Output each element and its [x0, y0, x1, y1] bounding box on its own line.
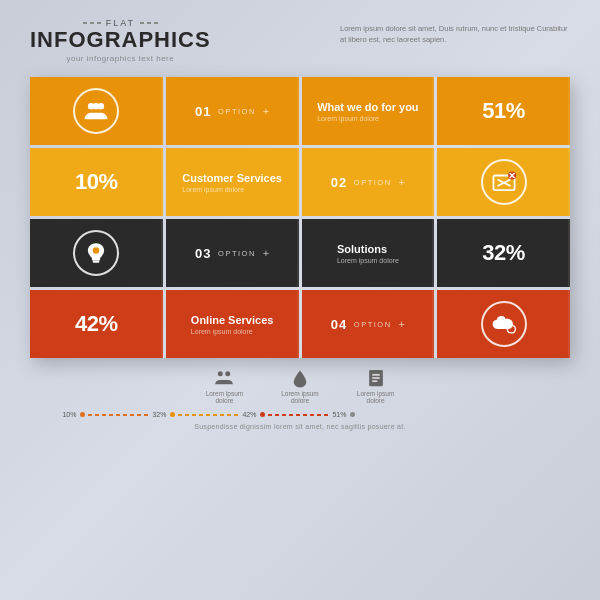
progress-seg-3: [268, 414, 328, 416]
cell-2-2: Customer Services Lorem ipsum dolore: [166, 148, 299, 216]
service-sub-3: Lorem ipsum dolore: [337, 257, 399, 264]
cloud-icon: [491, 311, 517, 337]
option-block-2: 02 OPTION +: [331, 175, 405, 190]
percent-1: 51%: [482, 98, 525, 124]
bottom-drop-icon: [290, 368, 310, 388]
progress-label-1: 10%: [62, 411, 76, 418]
percent-4: 42%: [75, 311, 118, 337]
service-block-4: Online Services Lorem ipsum dolore: [191, 314, 274, 335]
cell-3-3: Solutions Lorem ipsum dolore: [302, 219, 435, 287]
cell-1-2: 01 OPTION +: [166, 77, 299, 145]
plus-2: +: [399, 176, 405, 188]
header: FLAT INFOGRAPHICS your infographics text…: [30, 18, 570, 63]
cloud-icon-circle: [481, 301, 527, 347]
svg-point-11: [218, 371, 223, 376]
option-num-2: 02: [331, 175, 347, 190]
progress-seg-2: [178, 414, 238, 416]
bottom-people-icon: [214, 368, 234, 388]
option-block-1: 01 OPTION +: [195, 104, 269, 119]
infographic-grid: 01 OPTION + What we do for you Lorem ips…: [30, 77, 570, 358]
bottom-icon-label-3: Lorem ipsumdolore: [357, 390, 395, 404]
cell-4-4: [437, 290, 570, 358]
title-block: FLAT INFOGRAPHICS your infographics text…: [30, 18, 211, 63]
progress-dot-1: [80, 412, 85, 417]
bottom-icon-doc: Lorem ipsumdolore: [357, 368, 395, 404]
bottom-doc-icon: [366, 368, 386, 388]
page-background: FLAT INFOGRAPHICS your infographics text…: [0, 0, 600, 600]
service-title-1: What we do for you: [317, 101, 418, 113]
progress-label-4: 51%: [332, 411, 346, 418]
option-label-4: OPTION: [350, 320, 391, 329]
svg-point-2: [93, 103, 100, 110]
dash-right: [140, 22, 158, 24]
bottom-icon-label-2: Lorem ipsumdolore: [281, 390, 319, 404]
mail-icon: [491, 169, 517, 195]
cell-3-2: 03 OPTION +: [166, 219, 299, 287]
service-sub-4: Lorem ipsum dolore: [191, 328, 253, 335]
progress-dot-3: [260, 412, 265, 417]
cell-4-2: Online Services Lorem ipsum dolore: [166, 290, 299, 358]
service-sub-1: Lorem ipsum dolore: [317, 115, 379, 122]
cell-1-1: [30, 77, 163, 145]
dash-left: [83, 22, 101, 24]
svg-rect-9: [93, 261, 100, 263]
header-description: Lorem ipsum dolore sit amet, Duis rutrum…: [340, 18, 570, 46]
option-num-4: 04: [331, 317, 347, 332]
service-block-3: Solutions Lorem ipsum dolore: [337, 243, 399, 264]
plus-1: +: [263, 105, 269, 117]
percent-3: 32%: [482, 240, 525, 266]
subtitle: your infographics text here: [66, 54, 174, 63]
progress-label-2: 32%: [152, 411, 166, 418]
option-label-3: OPTION: [214, 249, 255, 258]
bottom-section: Lorem ipsumdolore Lorem ipsumdolore Lore…: [30, 368, 570, 430]
bottom-icons-row: Lorem ipsumdolore Lorem ipsumdolore Lore…: [206, 368, 395, 404]
progress-dot-2: [170, 412, 175, 417]
cell-3-1: [30, 219, 163, 287]
people-icon: [83, 98, 109, 124]
bulb-icon-circle: [73, 230, 119, 276]
progress-seg-1: [88, 414, 148, 416]
service-block-1: What we do for you Lorem ipsum dolore: [317, 101, 418, 122]
progress-dot-4: [350, 412, 355, 417]
cell-2-3: 02 OPTION +: [302, 148, 435, 216]
percent-2: 10%: [75, 169, 118, 195]
option-label-1: OPTION: [214, 107, 255, 116]
bottom-icon-people: Lorem ipsumdolore: [206, 368, 244, 404]
plus-3: +: [263, 247, 269, 259]
svg-point-12: [226, 371, 231, 376]
footer-text: Suspendisse dignissim lorem sit amet, ne…: [194, 423, 406, 430]
svg-point-10: [93, 248, 100, 255]
cell-4-3: 04 OPTION +: [302, 290, 435, 358]
cell-3-4: 32%: [437, 219, 570, 287]
service-title-3: Solutions: [337, 243, 387, 255]
cell-1-3: What we do for you Lorem ipsum dolore: [302, 77, 435, 145]
service-title-2: Customer Services: [182, 172, 282, 184]
service-sub-2: Lorem ipsum dolore: [182, 186, 244, 193]
cell-1-4: 51%: [437, 77, 570, 145]
service-block-2: Customer Services Lorem ipsum dolore: [182, 172, 282, 193]
cell-4-1: 42%: [30, 290, 163, 358]
main-title: INFOGRAPHICS: [30, 28, 211, 52]
bulb-icon: [83, 240, 109, 266]
plus-4: +: [399, 318, 405, 330]
option-label-2: OPTION: [350, 178, 391, 187]
option-num-1: 01: [195, 104, 211, 119]
people-icon-circle: [73, 88, 119, 134]
cell-2-4: [437, 148, 570, 216]
bottom-icon-drop: Lorem ipsumdolore: [281, 368, 319, 404]
option-num-3: 03: [195, 246, 211, 261]
option-block-3: 03 OPTION +: [195, 246, 269, 261]
progress-label-3: 42%: [242, 411, 256, 418]
cell-2-1: 10%: [30, 148, 163, 216]
service-title-4: Online Services: [191, 314, 274, 326]
mail-icon-circle: [481, 159, 527, 205]
bottom-icon-label-1: Lorem ipsumdolore: [206, 390, 244, 404]
option-block-4: 04 OPTION +: [331, 317, 405, 332]
